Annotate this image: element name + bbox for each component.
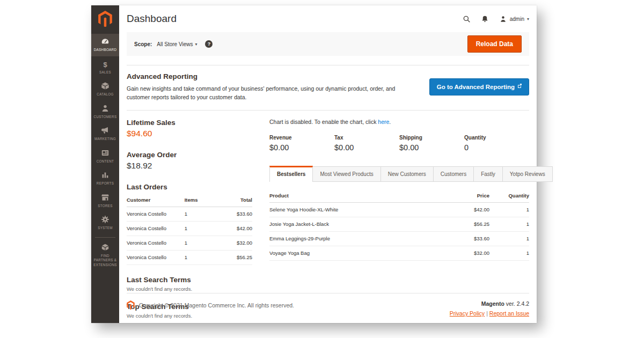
version-line: Magento ver. 2.4.2 — [450, 300, 529, 307]
lifetime-sales-block: Lifetime Sales $94.60 — [127, 119, 252, 138]
stores-icon — [92, 193, 119, 202]
tab-bestsellers[interactable]: Bestsellers — [269, 166, 313, 182]
sidebar-item-marketing[interactable]: Marketing — [91, 123, 119, 145]
footer-meta: Magento ver. 2.4.2 Privacy Policy|Report… — [450, 300, 529, 317]
catalog-icon — [92, 82, 119, 91]
partners-icon — [92, 243, 119, 252]
kpi-row: Revenue $0.00 Tax $0.00 Shipping $0.00 Q… — [269, 135, 529, 152]
store-view-switcher[interactable]: All Store Views ▾ — [157, 41, 197, 47]
last-orders-title: Last Orders — [127, 183, 252, 191]
last-search-terms-block: Last Search Terms We couldn't find any r… — [127, 276, 252, 292]
sidebar-item-sales[interactable]: $ Sales — [91, 56, 119, 79]
empty-records-note: We couldn't find any records. — [127, 286, 252, 292]
chart-disabled-notice: Chart is disabled. To enable the chart, … — [269, 119, 529, 125]
advanced-reporting-title: Advanced Reporting — [127, 72, 414, 80]
page-title: Dashboard — [127, 13, 177, 25]
average-order-value: $18.92 — [127, 161, 252, 171]
marketing-icon — [92, 126, 119, 135]
sidebar-item-system[interactable]: System — [91, 212, 119, 234]
admin-user-name: admin — [510, 16, 524, 22]
tab-new-customers[interactable]: New Customers — [381, 166, 434, 182]
sidebar-item-content[interactable]: Content — [91, 145, 119, 168]
magento-logo-icon — [98, 11, 112, 27]
user-icon — [499, 15, 507, 23]
page-header: Dashboard admin ▾ — [127, 5, 529, 32]
enable-chart-link[interactable]: here — [378, 119, 389, 125]
notifications-bell-icon[interactable] — [481, 15, 489, 23]
kpi-quantity: Quantity 0 — [464, 135, 529, 152]
column-header: Price — [436, 189, 489, 203]
sidebar: Dashboard $ Sales Catalog Customers Mark… — [91, 5, 119, 323]
tab-yotpo-reviews[interactable]: Yotpo Reviews — [503, 166, 553, 182]
go-to-advanced-reporting-button[interactable]: Go to Advanced Reporting — [429, 78, 529, 95]
column-header: Items — [185, 193, 222, 207]
lifetime-sales-label: Lifetime Sales — [127, 119, 252, 127]
admin-user-menu[interactable]: admin ▾ — [499, 15, 529, 23]
sidebar-item-customers[interactable]: Customers — [91, 101, 119, 123]
sales-icon: $ — [92, 60, 119, 69]
main-content: Dashboard admin ▾ Scope: — [119, 5, 537, 323]
column-header: Customer — [127, 193, 185, 207]
system-icon — [92, 215, 119, 224]
kpi-revenue: Revenue $0.00 — [269, 135, 334, 152]
advanced-reporting-section: Advanced Reporting Gain new insights and… — [127, 65, 529, 111]
scope-bar: Scope: All Store Views ▾ ? Reload Data — [127, 32, 529, 56]
sidebar-item-find-partners[interactable]: Find Partners & Extensions — [91, 240, 119, 271]
external-link-icon — [517, 83, 522, 89]
help-icon[interactable]: ? — [205, 40, 213, 48]
page-footer: Copyright © 2021 Magento Commerce Inc. A… — [127, 293, 529, 323]
last-orders-table: Customer Items Total Veronica Costello 1… — [127, 193, 252, 265]
magento-logo[interactable] — [98, 5, 112, 34]
scope-label: Scope: — [134, 41, 152, 47]
magento-admin-window: Dashboard $ Sales Catalog Customers Mark… — [91, 5, 537, 323]
tab-customers[interactable]: Customers — [434, 166, 474, 182]
dashboard-left-column: Lifetime Sales $94.60 Average Order $18.… — [127, 119, 252, 293]
report-issue-link[interactable]: Report an Issue — [489, 310, 529, 317]
tab-most-viewed-products[interactable]: Most Viewed Products — [313, 166, 380, 182]
header-actions: admin ▾ — [463, 15, 529, 23]
bestseller-row[interactable]: Voyage Yoga Bag $32.00 1 — [269, 246, 529, 260]
sidebar-divider — [95, 237, 115, 238]
last-orders-row[interactable]: Veronica Costello 1 $56.25 — [127, 250, 252, 264]
last-orders-row[interactable]: Veronica Costello 1 $32.00 — [127, 236, 252, 250]
magento-footer-logo-icon — [127, 300, 135, 310]
search-icon[interactable] — [463, 15, 471, 23]
lifetime-sales-value: $94.60 — [127, 129, 252, 138]
footer-links: Privacy Policy|Report an Issue — [450, 310, 529, 317]
sidebar-item-dashboard[interactable]: Dashboard — [91, 34, 119, 56]
bestseller-row[interactable]: Selene Yoga Hoodie-XL-White $42.00 1 — [269, 202, 529, 217]
column-header: Quantity — [489, 189, 529, 203]
last-orders-row[interactable]: Veronica Costello 1 $42.00 — [127, 221, 252, 236]
average-order-block: Average Order $18.92 — [127, 151, 252, 171]
kpi-shipping: Shipping $0.00 — [399, 135, 464, 152]
average-order-label: Average Order — [127, 151, 252, 159]
chevron-down-icon: ▾ — [195, 42, 197, 47]
sidebar-item-stores[interactable]: Stores — [91, 190, 119, 212]
content-icon — [92, 149, 119, 158]
column-header: Total — [222, 193, 252, 207]
dashboard-tabs: Bestsellers Most Viewed Products New Cus… — [269, 166, 529, 182]
advanced-reporting-text: Advanced Reporting Gain new insights and… — [127, 72, 414, 102]
reports-icon — [92, 171, 119, 180]
footer-copyright: Copyright © 2021 Magento Commerce Inc. A… — [127, 300, 294, 310]
advanced-reporting-description: Gain new insights and take command of yo… — [127, 84, 414, 102]
sidebar-item-reports[interactable]: Reports — [91, 167, 119, 190]
bestseller-row[interactable]: Josie Yoga Jacket-L-Black $56.25 1 — [269, 217, 529, 231]
last-orders-row[interactable]: Veronica Costello 1 $33.60 — [127, 207, 252, 221]
chevron-down-icon: ▾ — [527, 17, 529, 21]
dashboard-right-column: Chart is disabled. To enable the chart, … — [269, 119, 529, 293]
kpi-tax: Tax $0.00 — [334, 135, 399, 152]
bestsellers-table: Product Price Quantity Selene Yoga Hoodi… — [269, 189, 529, 261]
column-header: Product — [269, 189, 436, 203]
reload-data-button[interactable]: Reload Data — [467, 35, 522, 53]
customers-icon — [92, 104, 119, 113]
privacy-policy-link[interactable]: Privacy Policy — [450, 310, 485, 317]
dashboard-icon — [92, 37, 119, 46]
dashboard-grid: Lifetime Sales $94.60 Average Order $18.… — [127, 119, 529, 293]
sidebar-item-catalog[interactable]: Catalog — [91, 78, 119, 101]
tab-fastly[interactable]: Fastly — [474, 166, 503, 182]
bestseller-row[interactable]: Emma Leggings-29-Purple $33.60 1 — [269, 231, 529, 246]
